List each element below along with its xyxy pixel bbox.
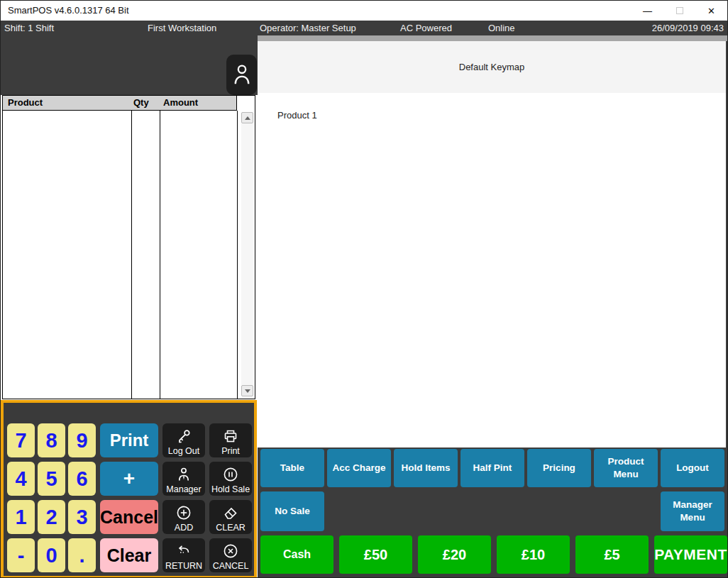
numpad-key-1[interactable]: 1 xyxy=(7,500,35,534)
column-header-amount: Amount xyxy=(163,97,198,108)
no-sale-button[interactable]: No Sale xyxy=(260,491,324,531)
numpad-key-2[interactable]: 2 xyxy=(38,500,65,534)
receipt-header-area xyxy=(1,35,258,95)
key-icon xyxy=(175,426,192,446)
title-bar: SmartPOS v4.6.0.1317 64 Bit — ✕ xyxy=(1,1,727,21)
receipt-table-header: Product Qty Amount xyxy=(3,96,237,111)
log-out-label: Log Out xyxy=(168,446,199,457)
minimize-icon: — xyxy=(643,6,652,16)
numpad-row: 4 5 6 + Manager xyxy=(7,462,254,496)
logout-menu-button[interactable]: Logout xyxy=(661,449,724,487)
close-button[interactable]: ✕ xyxy=(695,1,727,21)
scroll-up-icon xyxy=(245,116,250,120)
five-button[interactable]: £5 xyxy=(575,535,649,574)
numpad-key-3[interactable]: 3 xyxy=(68,500,96,534)
half-pint-button[interactable]: Half Pint xyxy=(460,449,524,487)
status-shift: Shift: 1 Shift xyxy=(4,23,54,33)
numpad-key-9[interactable]: 9 xyxy=(68,423,96,457)
column-header-qty: Qty xyxy=(133,97,149,108)
hold-sale-label: Hold Sale xyxy=(211,484,250,495)
clear-entry-key[interactable]: Clear xyxy=(100,538,158,572)
scroll-down-icon xyxy=(245,389,250,393)
hold-sale-button[interactable]: Hold Sale xyxy=(209,462,252,496)
eraser-icon xyxy=(222,503,239,523)
printer-icon xyxy=(222,426,239,446)
log-out-button[interactable]: Log Out xyxy=(162,423,205,457)
column-divider xyxy=(237,111,238,399)
keymap-panel: Default Keymap Product 1 Table Acc Charg… xyxy=(258,35,728,578)
keymap-cell-product-1[interactable]: Product 1 xyxy=(277,110,317,121)
numpad-row: - 0 . Clear RETURN xyxy=(7,538,254,572)
payment-button[interactable]: PAYMENT xyxy=(654,535,727,574)
keymap-top-strip xyxy=(258,35,728,41)
cancel-sale-button[interactable]: CANCEL xyxy=(209,538,252,572)
numpad-key-8[interactable]: 8 xyxy=(38,423,65,457)
person-avatar-icon xyxy=(231,62,253,87)
pricing-button[interactable]: Pricing xyxy=(527,449,591,487)
clear-label: CLEAR xyxy=(216,523,246,533)
fifty-button[interactable]: £50 xyxy=(339,535,412,574)
window-controls: — ✕ xyxy=(632,1,727,21)
return-button[interactable]: RETURN xyxy=(162,538,205,572)
scroll-up-button[interactable] xyxy=(241,112,253,123)
hold-items-button[interactable]: Hold Items xyxy=(394,449,458,487)
status-workstation: First Workstation xyxy=(148,23,216,33)
maximize-button[interactable] xyxy=(663,1,695,21)
acc-charge-button[interactable]: Acc Charge xyxy=(327,449,391,487)
minimize-button[interactable]: — xyxy=(632,1,663,21)
status-bar: Shift: 1 Shift First Workstation Operato… xyxy=(1,21,727,35)
close-icon: ✕ xyxy=(707,6,715,16)
receipt-table: Product Qty Amount xyxy=(2,95,255,399)
plus-key[interactable]: + xyxy=(100,462,158,496)
add-button[interactable]: ADD xyxy=(162,500,205,534)
status-datetime: 26/09/2019 09:43 xyxy=(652,23,724,33)
column-divider xyxy=(160,111,160,399)
column-header-product: Product xyxy=(8,97,43,108)
print-receipt-button[interactable]: Print xyxy=(209,423,252,457)
scroll-down-button[interactable] xyxy=(241,385,253,396)
cancel-key[interactable]: Cancel xyxy=(100,500,158,534)
numpad-key-4[interactable]: 4 xyxy=(7,462,35,496)
keymap-grid: Product 1 xyxy=(258,93,726,448)
manager-menu-button[interactable]: Manager Menu xyxy=(661,491,724,531)
print-receipt-label: Print xyxy=(221,446,240,457)
add-label: ADD xyxy=(175,523,193,533)
keymap-title: Default Keymap xyxy=(258,41,726,93)
twenty-button[interactable]: £20 xyxy=(418,535,491,574)
receipt-scrollbar[interactable] xyxy=(241,112,253,396)
status-operator: Operator: Master Setup xyxy=(260,23,356,33)
cash-button[interactable]: Cash xyxy=(260,535,333,574)
person-icon xyxy=(175,465,192,484)
table-button[interactable]: Table xyxy=(260,449,324,487)
pause-circle-icon xyxy=(222,465,239,484)
cancel-sale-label: CANCEL xyxy=(213,561,249,572)
numpad-row: 7 8 9 Print Log Out xyxy=(7,423,254,457)
window-title: SmartPOS v4.6.0.1317 64 Bit xyxy=(8,5,129,16)
numpad-key-6[interactable]: 6 xyxy=(68,462,96,496)
numpad-key-decimal[interactable]: . xyxy=(68,538,96,572)
numpad-key-minus[interactable]: - xyxy=(7,538,35,572)
ten-button[interactable]: £10 xyxy=(497,535,570,574)
numpad-panel: 7 8 9 Print Log Out xyxy=(1,400,257,578)
column-divider xyxy=(131,111,132,399)
x-circle-icon xyxy=(222,541,239,561)
manager-label: Manager xyxy=(166,484,201,495)
print-key[interactable]: Print xyxy=(100,423,158,457)
return-label: RETURN xyxy=(165,561,202,572)
plus-circle-icon xyxy=(175,503,192,523)
numpad-key-0[interactable]: 0 xyxy=(38,538,65,572)
product-menu-button[interactable]: Product Menu xyxy=(594,449,658,487)
return-arrow-icon xyxy=(175,541,192,561)
maximize-icon xyxy=(676,7,683,14)
status-power: AC Powered xyxy=(400,23,452,33)
numpad-key-7[interactable]: 7 xyxy=(7,423,35,457)
numpad-key-5[interactable]: 5 xyxy=(38,462,65,496)
clear-button[interactable]: CLEAR xyxy=(209,500,252,534)
operator-avatar-button[interactable] xyxy=(226,55,257,95)
status-connection: Online xyxy=(488,23,515,33)
numpad-row: 1 2 3 Cancel ADD xyxy=(7,500,254,534)
manager-button[interactable]: Manager xyxy=(162,462,205,496)
smartpos-window: SmartPOS v4.6.0.1317 64 Bit — ✕ Shift: 1… xyxy=(0,0,728,578)
